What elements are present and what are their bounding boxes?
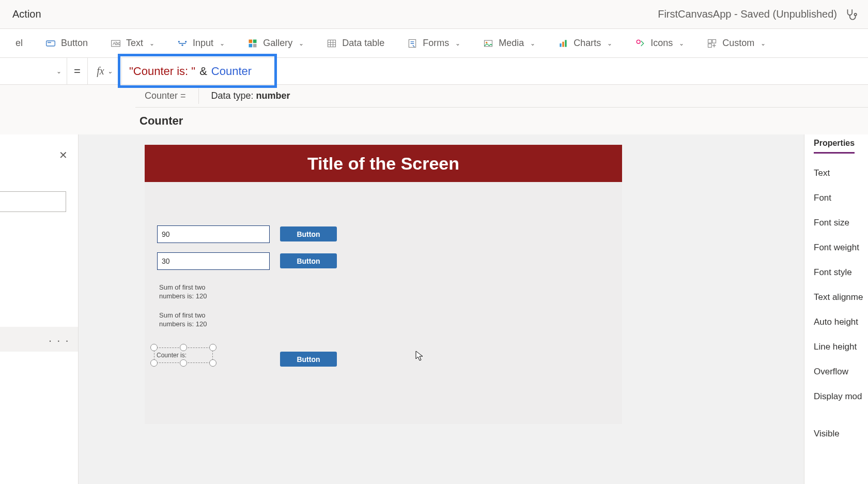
- tree-search-input[interactable]: [0, 191, 66, 212]
- formula-token-string: "Counter is: ": [129, 65, 195, 78]
- ribbon-gallery-label: Gallery: [263, 38, 292, 49]
- chevron-down-icon: ⌄: [56, 68, 61, 75]
- formula-input[interactable]: "Counter is: " & Counter: [122, 58, 868, 84]
- resize-handle[interactable]: [209, 359, 216, 367]
- prop-font-style[interactable]: Font style: [814, 267, 868, 278]
- canvas-button-1[interactable]: Button: [280, 226, 337, 241]
- ribbon-data-table[interactable]: Data table: [326, 35, 385, 52]
- svg-rect-12: [328, 40, 336, 47]
- svg-point-15: [486, 41, 487, 43]
- fx-button[interactable]: fx ⌄: [88, 58, 122, 84]
- canvas-button-2[interactable]: Button: [280, 253, 337, 268]
- custom-icon: [707, 38, 717, 49]
- svg-point-6: [185, 41, 187, 42]
- info-lhs: Counter =: [145, 90, 186, 101]
- ribbon-input[interactable]: Input ⌄: [176, 35, 226, 52]
- resize-handle[interactable]: [180, 359, 187, 367]
- formula-info-strip: Counter = Data type: number: [135, 85, 868, 108]
- forms-icon: [407, 38, 417, 49]
- properties-panel: Properties Text Font Font size Font weig…: [804, 134, 868, 484]
- ribbon-button-label: Button: [61, 38, 88, 49]
- svg-rect-16: [560, 43, 562, 47]
- svg-rect-20: [708, 39, 712, 43]
- chevron-down-icon: ⌄: [607, 40, 612, 47]
- info-rhs-value: number: [256, 90, 290, 101]
- formula-info-area: Counter = Data type: number Counter: [135, 85, 868, 134]
- svg-rect-9: [253, 39, 257, 43]
- ribbon-icons-label: Icons: [650, 38, 673, 49]
- button-icon: [45, 38, 56, 49]
- ribbon-media[interactable]: Media ⌄: [482, 35, 536, 52]
- resize-handle[interactable]: [150, 344, 158, 351]
- resize-handle[interactable]: [150, 359, 158, 367]
- ribbon-icons[interactable]: Icons ⌄: [634, 35, 685, 52]
- icons-icon: [635, 38, 645, 49]
- svg-rect-21: [712, 39, 716, 43]
- close-icon[interactable]: ✕: [59, 149, 68, 161]
- prop-auto-height[interactable]: Auto height: [814, 317, 868, 327]
- info-rhs-prefix: Data type:: [211, 90, 256, 101]
- tree-view-panel: ✕ · · ·: [0, 134, 79, 484]
- title-bar: Action FirstCanvasApp - Saved (Unpublish…: [0, 0, 868, 29]
- ribbon-button-button[interactable]: Button: [44, 35, 89, 52]
- screen-title-bar: Title of the Screen: [145, 145, 622, 182]
- chevron-down-icon: ⌄: [299, 40, 304, 47]
- prop-text[interactable]: Text: [814, 168, 868, 178]
- ribbon-custom[interactable]: Custom ⌄: [706, 35, 767, 52]
- chevron-down-icon: ⌄: [761, 40, 766, 47]
- data-table-icon: [327, 38, 337, 49]
- app-canvas[interactable]: Title of the Screen Button Button Sum of…: [145, 145, 622, 424]
- prop-overflow[interactable]: Overflow: [814, 367, 868, 377]
- ribbon-tab-action[interactable]: Action: [12, 8, 41, 20]
- resize-handle[interactable]: [180, 344, 187, 351]
- resize-handle[interactable]: [209, 344, 216, 351]
- prop-line-height[interactable]: Line height: [814, 342, 868, 352]
- cursor-icon: [415, 351, 424, 364]
- selected-label-control[interactable]: Counter is:: [154, 347, 213, 363]
- more-icon[interactable]: · · ·: [49, 334, 70, 347]
- prop-visible[interactable]: Visible: [814, 429, 868, 439]
- formula-token-variable: Counter: [211, 65, 252, 78]
- chevron-down-icon: ⌄: [220, 40, 225, 47]
- ribbon-gallery[interactable]: Gallery ⌄: [246, 35, 305, 52]
- ribbon-charts[interactable]: Charts ⌄: [557, 35, 613, 52]
- insert-ribbon: el Button Abc Text ⌄ Input ⌄ Gallery ⌄ D…: [0, 29, 868, 58]
- ribbon-forms-label: Forms: [423, 38, 449, 49]
- canvas-button-1-label: Button: [297, 230, 320, 238]
- stub-text: el: [16, 38, 23, 49]
- ribbon-button-label-stub[interactable]: el: [14, 35, 24, 52]
- canvas-button-3[interactable]: Button: [280, 352, 337, 367]
- ribbon-text[interactable]: Abc Text ⌄: [110, 35, 156, 52]
- sum-label-2: Sum of first two numbers is: 120: [159, 311, 216, 329]
- prop-font-weight[interactable]: Font weight: [814, 243, 868, 253]
- svg-point-7: [181, 44, 183, 46]
- context-label: Counter: [140, 114, 183, 128]
- ribbon-forms[interactable]: Forms ⌄: [406, 35, 461, 52]
- svg-rect-10: [249, 43, 253, 47]
- canvas-viewport[interactable]: Title of the Screen Button Button Sum of…: [79, 134, 804, 484]
- info-separator: [198, 88, 199, 104]
- text-input-1[interactable]: [157, 225, 270, 243]
- info-rhs: Data type: number: [211, 90, 290, 101]
- text-input-2[interactable]: [157, 252, 270, 270]
- ribbon-text-label: Text: [126, 38, 143, 49]
- prop-display-mode[interactable]: Display mod: [814, 391, 868, 402]
- svg-point-19: [637, 40, 641, 43]
- stethoscope-icon[interactable]: [844, 8, 858, 21]
- ribbon-custom-label: Custom: [722, 38, 754, 49]
- equals-sign: =: [67, 58, 88, 84]
- selected-label-text: Counter is:: [157, 352, 187, 359]
- svg-rect-17: [563, 41, 564, 47]
- property-selector[interactable]: ⌄: [0, 58, 67, 84]
- prop-text-alignment[interactable]: Text alignme: [814, 292, 868, 303]
- svg-point-0: [855, 13, 857, 15]
- canvas-button-3-label: Button: [297, 355, 320, 364]
- svg-rect-22: [708, 43, 712, 47]
- svg-rect-2: [48, 42, 51, 43]
- properties-tab[interactable]: Properties: [814, 139, 855, 154]
- fx-label: fx: [97, 65, 104, 77]
- main-area: ✕ · · · Title of the Screen Button Butto…: [0, 134, 868, 484]
- chevron-down-icon: ⌄: [107, 68, 113, 75]
- prop-font-size[interactable]: Font size: [814, 218, 868, 228]
- prop-font[interactable]: Font: [814, 193, 868, 203]
